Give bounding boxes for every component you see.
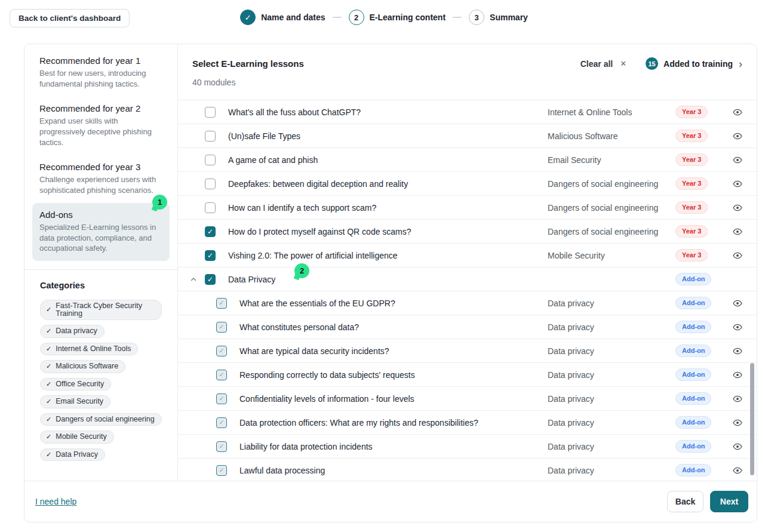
table-row[interactable]: Deepfakes: between digital deception and… (178, 171, 757, 195)
chip-label: Email Security (56, 398, 103, 405)
sidebar-item-recommended-year-2[interactable]: Recommended for year 2 Expand user skill… (32, 97, 170, 155)
category-chip-fast-track[interactable]: ✓Fast-Track Cyber Security Training (40, 300, 162, 320)
preview-eye-icon[interactable] (724, 155, 751, 165)
table-row[interactable]: How do I protect myself against QR code … (178, 219, 757, 243)
group-checkbox-checked[interactable] (205, 274, 216, 285)
table-row[interactable]: What constitutes personal data? Data pri… (178, 315, 757, 339)
preview-eye-icon[interactable] (724, 251, 751, 260)
plan-description: Specialized E-Learning lessons in data p… (39, 222, 162, 254)
preview-eye-icon[interactable] (724, 370, 751, 380)
table-row[interactable]: Vishing 2.0: The power of artificial int… (178, 243, 757, 267)
plan-title: Recommended for year 2 (39, 103, 162, 113)
category-chip-malicious-software[interactable]: ✓Malicious Software (40, 360, 125, 373)
category-chip-internet-online-tools[interactable]: ✓Internet & Online Tools (40, 343, 138, 356)
lesson-checkbox-checked-disabled[interactable] (216, 417, 227, 428)
step-number: 2 (349, 10, 364, 25)
table-row[interactable]: Responding correctly to data subjects' r… (178, 362, 757, 386)
chip-label: Fast-Track Cyber Security Training (56, 302, 155, 317)
wizard-footer: I need help Back Next (24, 481, 757, 522)
lesson-checkbox-checked-disabled[interactable] (216, 370, 227, 380)
preview-eye-icon[interactable] (724, 394, 751, 404)
preview-eye-icon[interactable] (724, 299, 751, 308)
back-button[interactable]: Back (667, 491, 704, 512)
lesson-checkbox-checked-disabled[interactable] (216, 298, 227, 309)
collapse-chevron-up-icon[interactable] (190, 276, 205, 283)
preview-eye-icon[interactable] (724, 203, 751, 213)
preview-eye-icon[interactable] (724, 442, 751, 451)
step-elearning-content[interactable]: 2 E-Learning content (349, 10, 446, 25)
lesson-checkbox[interactable] (205, 131, 216, 142)
sidebar-item-recommended-year-3[interactable]: Recommended for year 3 Challenge experie… (32, 155, 170, 203)
preview-eye-icon[interactable] (724, 346, 751, 356)
category-chip-data-privacy[interactable]: ✓Data privacy (40, 325, 105, 338)
category-chip-mobile-security[interactable]: ✓Mobile Security (40, 430, 114, 444)
table-row[interactable]: Lawful data processing Data privacy Add-… (178, 458, 757, 482)
addon-badge: Add-on (675, 440, 711, 453)
lesson-title: What constitutes personal data? (239, 322, 548, 332)
table-row[interactable]: What's all the fuss about ChatGPT? Inter… (178, 100, 757, 124)
lesson-checkbox[interactable] (205, 107, 216, 118)
preview-eye-icon[interactable] (724, 107, 751, 117)
lesson-checkbox-checked[interactable] (205, 226, 216, 237)
table-row-group-data-privacy[interactable]: Data Privacy Add-on (178, 267, 757, 291)
table-row[interactable]: How can I identify a tech support scam? … (178, 195, 757, 219)
chevron-right-icon[interactable]: › (739, 59, 742, 69)
addon-badge: Add-on (675, 297, 711, 309)
lesson-checkbox-checked-disabled[interactable] (216, 346, 227, 356)
check-icon: ✓ (46, 328, 51, 334)
preview-eye-icon[interactable] (724, 322, 751, 332)
category-chip-social-engineering[interactable]: ✓Dangers of social engineering (40, 413, 162, 426)
preview-eye-icon[interactable] (724, 131, 751, 141)
lesson-checkbox[interactable] (205, 155, 216, 165)
lesson-title: Responding correctly to data subjects' r… (239, 370, 548, 380)
step-summary[interactable]: 3 Summary (469, 10, 528, 25)
category-chip-office-security[interactable]: ✓Office Security (40, 378, 111, 391)
step-divider (453, 17, 462, 18)
lesson-checkbox-checked-disabled[interactable] (216, 322, 227, 333)
lessons-table: What's all the fuss about ChatGPT? Inter… (178, 100, 757, 482)
preview-eye-icon[interactable] (724, 466, 751, 475)
year-badge: Year 3 (675, 225, 708, 238)
vertical-scrollbar[interactable] (750, 363, 754, 475)
next-button[interactable]: Next (710, 491, 748, 512)
lesson-title: Lawful data processing (239, 466, 548, 475)
lesson-category: Data privacy (548, 418, 667, 428)
lesson-checkbox-checked-disabled[interactable] (216, 441, 227, 452)
table-row[interactable]: Liability for data protection incidents … (178, 434, 757, 458)
year-badge: Year 3 (675, 130, 708, 142)
table-row[interactable]: Data protection officers: What are my ri… (178, 410, 757, 434)
sidebar-item-add-ons[interactable]: 1 Add-ons Specialized E-Learning lessons… (32, 203, 170, 262)
lesson-category: Dangers of social engineering (548, 179, 667, 189)
step-name-and-dates[interactable]: ✓ Name and dates (240, 10, 325, 25)
addon-badge: Add-on (675, 416, 711, 429)
added-to-training-link[interactable]: Added to training (663, 59, 733, 69)
preview-eye-icon[interactable] (724, 418, 751, 428)
table-row[interactable]: Confidentiality levels of information - … (178, 386, 757, 410)
table-row[interactable]: (Un)safe File Types Malicious Software Y… (178, 124, 757, 147)
chip-label: Malicious Software (56, 362, 118, 370)
group-title: Data Privacy (228, 275, 548, 284)
table-row[interactable]: A game of cat and phish Email Security Y… (178, 147, 757, 171)
year-badge: Year 3 (675, 177, 708, 190)
category-chip-email-security[interactable]: ✓Email Security (40, 395, 110, 408)
clear-all-x-icon[interactable]: ✕ (620, 59, 626, 68)
lesson-checkbox[interactable] (205, 202, 216, 213)
check-icon: ✓ (46, 398, 51, 405)
clear-all-button[interactable]: Clear all (580, 59, 613, 69)
lesson-checkbox[interactable] (205, 179, 216, 189)
top-bar: Back to client's dashboard ✓ Name and da… (0, 0, 768, 36)
table-row[interactable]: What are the essentials of the EU GDPR? … (178, 291, 757, 315)
category-chip-data-privacy-addon[interactable]: ✓Data Privacy (40, 448, 105, 462)
help-link[interactable]: I need help (35, 497, 76, 506)
lesson-category: Data privacy (548, 394, 667, 404)
lesson-checkbox-checked[interactable] (205, 250, 216, 261)
preview-eye-icon[interactable] (724, 227, 751, 236)
lesson-checkbox-checked-disabled[interactable] (216, 393, 227, 404)
preview-eye-icon[interactable] (724, 179, 751, 189)
addon-badge: Add-on (675, 368, 711, 381)
lesson-checkbox-checked-disabled[interactable] (216, 465, 227, 476)
table-row[interactable]: What are typical data security incidents… (178, 339, 757, 362)
sidebar-item-recommended-year-1[interactable]: Recommended for year 1 Best for new user… (32, 49, 170, 97)
check-icon: ✓ (46, 363, 51, 370)
year-badge: Year 3 (675, 153, 708, 166)
